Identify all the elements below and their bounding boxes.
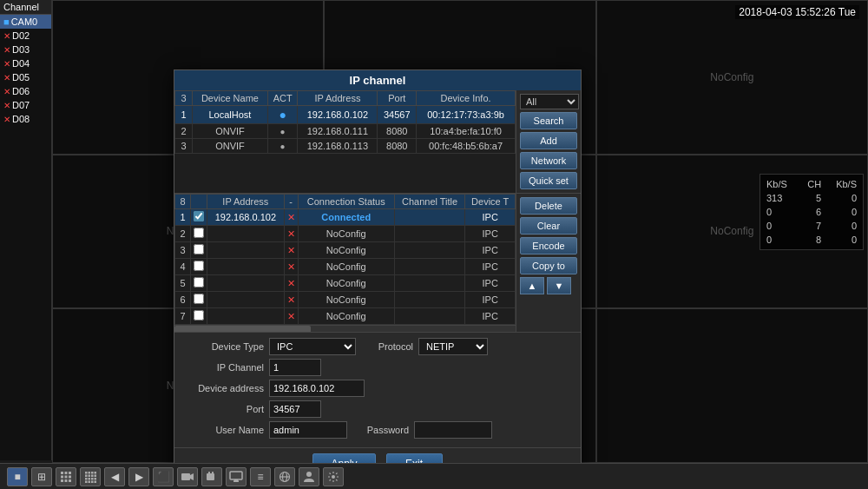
network-button[interactable]: Network	[520, 152, 577, 169]
svg-rect-19	[91, 478, 94, 480]
brow7-device: IPC	[465, 308, 516, 325]
taskbar-btn-stop[interactable]: ■	[7, 467, 28, 486]
ip-channel-input[interactable]	[269, 359, 321, 376]
stats-ch-3: 8	[799, 234, 824, 246]
protocol-select[interactable]: NETIP ONVIF	[418, 338, 488, 355]
password-input[interactable]	[414, 421, 492, 439]
filter-dropdown[interactable]: All ONVIF IPC	[520, 94, 579, 109]
sidebar-item-d03[interactable]: ✕ D03	[0, 43, 51, 56]
brow3-check[interactable]	[191, 242, 207, 259]
channel-row[interactable]: 4 ✕ NoConfig IPC	[175, 259, 516, 275]
brow1-num: 1	[175, 209, 191, 226]
brow5-check[interactable]	[191, 275, 207, 292]
taskbar-btn-record[interactable]: ⬛	[153, 467, 174, 486]
sidebar-item-d02[interactable]: ✕ D02	[0, 29, 51, 43]
brow1-check[interactable]	[191, 209, 207, 226]
channel-row[interactable]: 7 ✕ NoConfig IPC	[175, 308, 516, 325]
channel-row[interactable]: 5 ✕ NoConfig IPC	[175, 275, 516, 292]
brow4-title	[394, 259, 465, 275]
svg-rect-21	[85, 480, 88, 483]
brow1-status: Connected	[298, 209, 394, 226]
row3-ip: 192.168.0.113	[298, 139, 378, 154]
brow6-title	[394, 292, 465, 308]
brow4-check[interactable]	[191, 259, 207, 275]
copyto-button[interactable]: Copy to	[520, 257, 577, 274]
brow5-device: IPC	[465, 275, 516, 292]
clear-button[interactable]: Clear	[520, 217, 577, 235]
channel-row[interactable]: 2 ✕ NoConfig IPC	[175, 226, 516, 242]
bcol-num: 8	[175, 195, 191, 209]
svg-rect-29	[212, 472, 214, 474]
taskbar-btn-grid9[interactable]	[56, 467, 76, 486]
username-input[interactable]	[269, 421, 347, 439]
taskbar-btn-playback[interactable]	[201, 467, 222, 486]
sidebar-item-d04[interactable]: ✕ D04	[0, 56, 51, 70]
svg-rect-23	[91, 480, 94, 483]
taskbar-btn-network[interactable]	[274, 467, 295, 486]
brow2-check[interactable]	[191, 226, 207, 242]
col-act: ACT	[267, 91, 298, 106]
port-input[interactable]	[269, 400, 321, 418]
svg-rect-12	[95, 472, 97, 474]
stats-kbs1-2: 0	[764, 220, 798, 232]
taskbar-btn-grid16[interactable]	[80, 467, 101, 486]
brow2-status: NoConfig	[298, 226, 394, 242]
svg-rect-18	[89, 478, 91, 480]
brow6-check[interactable]	[191, 292, 207, 308]
channel-row[interactable]: 1 192.168.0.102 ✕ Connected IPC	[175, 209, 516, 226]
sidebar-item-d07[interactable]: ✕ D07	[0, 98, 51, 112]
search-button[interactable]: Search	[520, 112, 577, 129]
error-icon-d02: ✕	[3, 31, 10, 41]
row1-num: 1	[175, 106, 193, 124]
taskbar-btn-monitor[interactable]	[226, 467, 247, 486]
svg-rect-22	[89, 480, 91, 483]
row1-port: 34567	[378, 106, 417, 124]
bottom-table-wrapper: 8 IP Address - Connection Status Channel…	[174, 194, 516, 332]
svg-rect-25	[181, 473, 190, 480]
scrollbar[interactable]	[174, 325, 516, 332]
down-button[interactable]: ▼	[547, 277, 571, 294]
delete-button[interactable]: Delete	[520, 197, 577, 215]
taskbar-btn-user[interactable]	[299, 467, 319, 486]
brow6-dash: ✕	[284, 292, 298, 308]
error-icon-d05: ✕	[3, 73, 10, 83]
brow1-dash: ✕	[284, 209, 298, 226]
sidebar-item-d06[interactable]: ✕ D06	[0, 84, 51, 98]
device-address-input[interactable]	[269, 380, 365, 397]
channel-row[interactable]: 6 ✕ NoConfig IPC	[175, 292, 516, 308]
brow4-num: 4	[175, 259, 191, 275]
top-table-row[interactable]: 2 ONVIF ● 192.168.0.111 8080 10:a4:be:fa…	[175, 124, 516, 139]
bcol-device: Device T	[465, 195, 516, 209]
top-table-row[interactable]: 1 LocalHost ● 192.168.0.102 34567 00:12:…	[175, 106, 516, 124]
taskbar-btn-prev[interactable]: ◀	[104, 467, 125, 486]
up-button[interactable]: ▲	[520, 277, 544, 294]
stats-kbs1-1: 0	[764, 206, 798, 218]
top-table-row[interactable]: 3 ONVIF ● 192.168.0.113 8080 00:fc:48:b5…	[175, 139, 516, 154]
svg-rect-13	[85, 474, 88, 477]
add-button[interactable]: Add	[520, 132, 577, 149]
device-type-select[interactable]: IPC ONVIF	[269, 338, 356, 355]
sidebar-item-cam0[interactable]: ■ CAM0	[0, 15, 51, 29]
brow6-num: 6	[175, 292, 191, 308]
stats-panel: Kb/S CH Kb/S 313 5 0 0 6 0 0 7 0 0 8 0	[760, 174, 864, 250]
stats-kbs2-0: 0	[825, 192, 859, 204]
sidebar-item-d08[interactable]: ✕ D08	[0, 112, 51, 126]
brow7-check[interactable]	[191, 308, 207, 325]
sidebar-item-d05[interactable]: ✕ D05	[0, 70, 51, 84]
svg-rect-3	[61, 475, 63, 478]
stats-header-ch: CH	[799, 178, 824, 190]
taskbar-btn-camera[interactable]	[177, 467, 198, 486]
brow6-ip	[207, 292, 285, 308]
brow7-status: NoConfig	[298, 308, 394, 325]
taskbar-btn-grid4[interactable]: ⊞	[31, 467, 52, 486]
taskbar-btn-next[interactable]: ▶	[128, 467, 149, 486]
taskbar-btn-menu[interactable]: ≡	[250, 467, 271, 486]
encode-button[interactable]: Encode	[520, 237, 577, 254]
taskbar-btn-settings[interactable]	[323, 467, 344, 486]
quickset-button[interactable]: Quick set	[520, 172, 577, 189]
row1-name: LocalHost	[193, 106, 268, 124]
bcol-check	[191, 195, 207, 209]
channel-row[interactable]: 3 ✕ NoConfig IPC	[175, 242, 516, 259]
sidebar-label-d06: D06	[12, 86, 30, 96]
brow2-num: 2	[175, 226, 191, 242]
